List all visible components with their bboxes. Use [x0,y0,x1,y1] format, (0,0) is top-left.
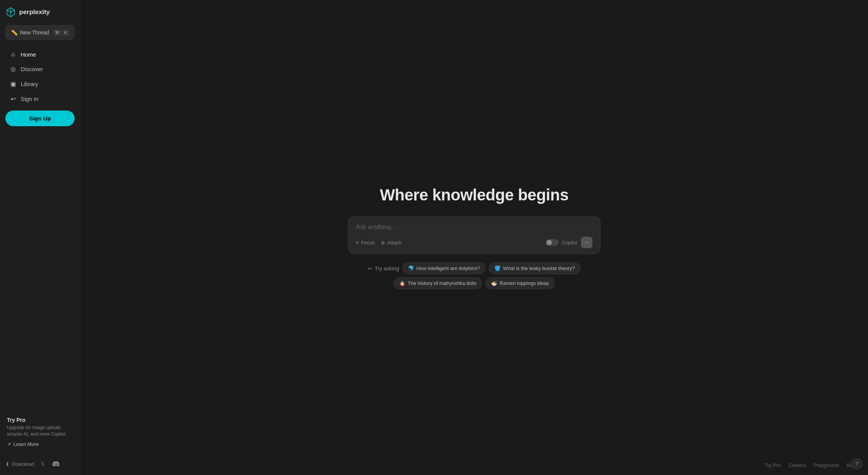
page-footer: Try Pro Careers Playground Blog [765,462,857,468]
suggestion-chip-leaky-bucket[interactable]: 🪣 What is the leaky bucket theory? [489,262,581,274]
main-content-area: Where knowledge begins ≡ Focus ⊕ Attach [80,0,868,475]
suggestion-emoji-ramen: 🍜 [491,280,497,286]
copilot-toggle-switch[interactable] [546,239,559,246]
suggestion-emoji-leaky-bucket: 🪣 [494,265,501,271]
kbd-cmd: ⌘ [53,30,61,36]
new-thread-label: New Thread [20,29,49,36]
copilot-toggle-area: Copilot [546,239,577,246]
suggestion-text-leaky-bucket: What is the leaky bucket theory? [503,265,575,271]
try-pro-description: Upgrade for image upload, smarter AI, an… [7,425,73,438]
sidebar-item-home-label: Home [21,51,36,58]
suggestion-chip-ramen[interactable]: 🍜 Ramen toppings ideas [485,277,555,289]
attach-icon: ⊕ [381,240,385,246]
perplexity-logo-icon [5,7,16,18]
attach-label: Attach [387,240,401,246]
sidebar-item-library[interactable]: ▣ Library [5,77,75,91]
suggestion-emoji-dolphins: 🐬 [408,265,414,271]
sidebar-item-home[interactable]: ⌂ Home [5,47,75,61]
try-asking-area: ↩ Try asking 🐬 How intelligent are dolph… [348,262,600,289]
sidebar-item-signin-label: Sign In [21,96,39,102]
search-toolbar-right: Copilot → [546,237,592,248]
suggestion-chip-dolphins[interactable]: 🐬 How intelligent are dolphins? [402,262,486,274]
footer-try-pro-label: Try Pro [765,462,781,468]
try-asking-text: Try asking [375,265,399,272]
footer-careers-label: Careers [788,462,806,468]
home-icon: ⌂ [9,51,17,58]
focus-button[interactable]: ≡ Focus [356,240,375,246]
new-thread-button[interactable]: ✏️ New Thread ⌘ K [5,25,75,40]
sidebar-item-discover[interactable]: ◎ Discover [5,62,75,76]
search-box: ≡ Focus ⊕ Attach Copilot → [348,216,600,254]
signup-button[interactable]: Sign Up [5,111,75,126]
try-asking-arrow-icon: ↩ [368,265,372,272]
search-input[interactable] [356,224,592,231]
main-title: Where knowledge begins [380,186,568,204]
footer-playground[interactable]: Playground [814,462,839,468]
footer-careers[interactable]: Careers [788,462,806,468]
kbd-k: K [62,30,69,35]
logo-area: perplexity [5,7,75,18]
sidebar-item-discover-label: Discover [21,66,43,72]
discord-icon[interactable] [52,460,60,468]
learn-more-button[interactable]: ↗ Learn More [7,441,39,447]
help-icon: ? [855,461,858,467]
help-button[interactable]: ? [851,458,863,470]
suggestion-emoji-matryoshka: 🪆 [399,280,405,286]
download-label: Download [12,461,34,467]
suggestion-text-dolphins: How intelligent are dolphins? [416,265,480,271]
sidebar-item-library-label: Library [21,81,38,87]
focus-icon: ≡ [356,240,359,246]
learn-more-arrow-icon: ↗ [7,441,11,447]
attach-button[interactable]: ⊕ Attach [381,240,401,246]
footer-playground-label: Playground [814,462,839,468]
sidebar-item-signin[interactable]: ↩ Sign In [5,92,75,106]
signin-icon: ↩ [9,95,17,102]
footer-try-pro[interactable]: Try Pro [765,462,781,468]
suggestion-text-ramen: Ramen toppings ideas [499,280,549,286]
search-toolbar-left: ≡ Focus ⊕ Attach [356,240,401,246]
try-asking-label: ↩ Try asking [368,265,399,272]
sidebar-nav: ⌂ Home ◎ Discover ▣ Library ↩ Sign In [5,47,75,107]
twitter-icon[interactable]: 𝕏 [39,460,47,468]
copilot-label: Copilot [562,240,577,246]
keyboard-shortcut: ⌘ K [53,30,69,36]
download-button[interactable]: ⬇ Download [5,461,34,467]
main-content: Where knowledge begins ≡ Focus ⊕ Attach [340,186,608,289]
try-pro-section: Try Pro Upgrade for image upload, smarte… [5,417,75,447]
sidebar-footer: ⬇ Download 𝕏 [5,454,75,468]
try-pro-title: Try Pro [7,417,73,423]
focus-label: Focus [361,240,375,246]
download-icon: ⬇ [5,461,10,467]
suggestion-text-matryoshka: The history of matryoshka dolls [408,280,476,286]
new-thread-plus-icon: ✏️ [11,29,18,36]
sidebar: perplexity ✏️ New Thread ⌘ K ⌂ Home ◎ Di… [0,0,80,475]
suggestion-chip-matryoshka[interactable]: 🪆 The history of matryoshka dolls [393,277,482,289]
search-toolbar: ≡ Focus ⊕ Attach Copilot → [356,237,592,248]
logo-text: perplexity [19,8,50,16]
discover-icon: ◎ [9,65,17,73]
submit-button[interactable]: → [581,237,592,248]
library-icon: ▣ [9,80,17,88]
submit-arrow-icon: → [584,239,589,246]
learn-more-label: Learn More [13,441,39,447]
